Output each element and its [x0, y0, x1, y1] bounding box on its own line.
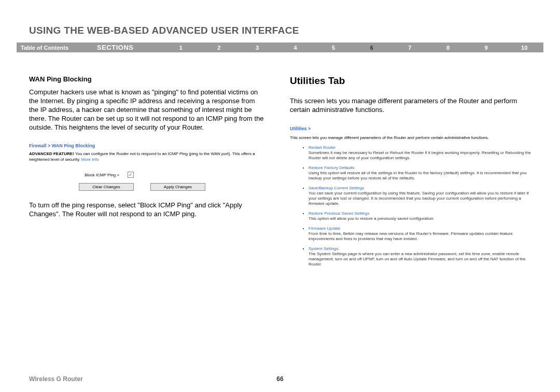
utilities-heading: Utilities Tab — [290, 75, 531, 87]
list-item: Restore Factory DefaultsUsing this optio… — [309, 165, 531, 181]
utilities-intro: This screen lets you manage different pa… — [290, 97, 531, 115]
block-icmp-label: Block ICMP Ping > — [29, 173, 128, 177]
section-7[interactable]: 7 — [391, 45, 429, 51]
more-info-link[interactable]: More Info — [81, 157, 99, 162]
util-restart-router[interactable]: Restart Router — [309, 145, 531, 150]
block-icmp-checkbox[interactable]: ✓ — [128, 172, 134, 178]
utilities-list: Restart RouterSometimes it may be necess… — [290, 145, 531, 267]
util-save-backup[interactable]: Save/Backup Current Settings — [309, 186, 531, 191]
section-8[interactable]: 8 — [429, 45, 467, 51]
clear-changes-button[interactable]: Clear Changes — [79, 183, 134, 191]
util-restore-previous[interactable]: Restore Previous Saved Settings — [309, 211, 531, 216]
list-item: Save/Backup Current SettingsYou can save… — [309, 186, 531, 206]
utilities-screenshot: Utilities > This screen lets you manage … — [290, 126, 531, 267]
page-footer: Wireless G Router 66 — [0, 375, 560, 383]
firewall-screenshot: Firewall > WAN Ping Blocking ADVANCED FE… — [29, 143, 265, 191]
section-1[interactable]: 1 — [162, 45, 200, 51]
sections-label: SECTIONS — [97, 44, 162, 51]
advanced-feature-text: ADVANCED FEATURE! You can configure the … — [29, 151, 265, 162]
section-6[interactable]: 6 — [353, 45, 391, 51]
wan-ping-paragraph-1: Computer hackers use what is known as "p… — [29, 88, 265, 132]
section-2[interactable]: 2 — [200, 45, 239, 51]
toc-link[interactable]: Table of Contents — [17, 45, 97, 51]
list-item: Restore Previous Saved SettingsThis opti… — [309, 211, 531, 221]
apply-changes-button[interactable]: Apply Changes — [150, 183, 205, 191]
list-item: Restart RouterSometimes it may be necess… — [309, 145, 531, 161]
list-item: Firmware UpdateFrom time to time, Belkin… — [309, 226, 531, 242]
wan-ping-paragraph-2: To turn off the ping response, select "B… — [29, 201, 265, 219]
section-nav: Table of Contents SECTIONS 1 2 3 4 5 6 7… — [17, 43, 543, 52]
section-3[interactable]: 3 — [238, 45, 276, 51]
util-system-settings[interactable]: System Settings — [309, 246, 531, 251]
product-name: Wireless G Router — [29, 375, 83, 383]
page-title: USING THE WEB-BASED ADVANCED USER INTERF… — [0, 0, 560, 36]
list-item: System SettingsThe System Settings page … — [309, 246, 531, 267]
util-firmware-update[interactable]: Firmware Update — [309, 226, 531, 231]
section-9[interactable]: 9 — [467, 45, 506, 51]
section-10[interactable]: 10 — [505, 45, 543, 51]
utilities-breadcrumb: Utilities > — [290, 126, 531, 131]
section-5[interactable]: 5 — [314, 45, 353, 51]
right-column: Utilities Tab This screen lets you manag… — [290, 75, 531, 272]
section-4[interactable]: 4 — [276, 45, 315, 51]
breadcrumb: Firewall > WAN Ping Blocking — [29, 143, 265, 148]
left-column: WAN Ping Blocking Computer hackers use w… — [29, 75, 265, 272]
wan-ping-heading: WAN Ping Blocking — [29, 75, 265, 83]
utilities-screenshot-intro: This screen lets you manage different pa… — [290, 135, 531, 140]
page-number: 66 — [276, 375, 283, 383]
util-restore-defaults[interactable]: Restore Factory Defaults — [309, 165, 531, 171]
